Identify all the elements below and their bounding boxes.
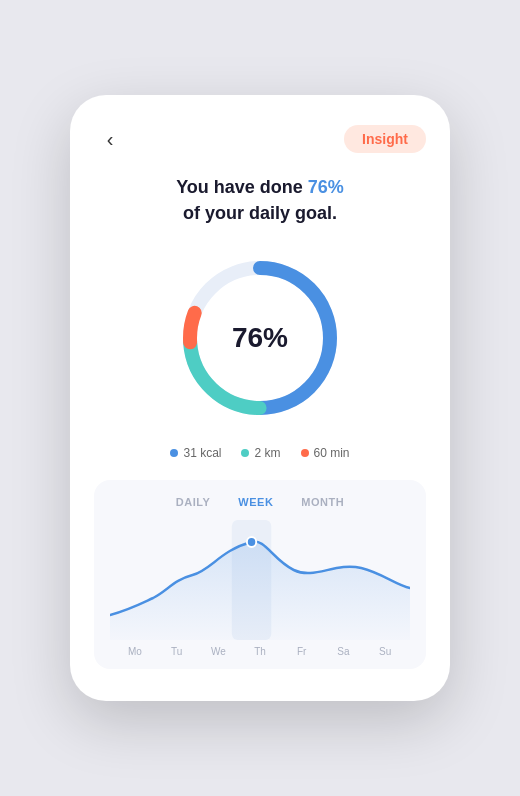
legend-item-km: 2 km xyxy=(241,446,280,460)
donut-chart: 76% xyxy=(94,248,426,428)
chart-label-su: Su xyxy=(364,646,406,657)
tab-week[interactable]: WEEK xyxy=(238,496,273,508)
chart-container: DAILY WEEK MONTH xyxy=(94,480,426,669)
legend-dot-min xyxy=(301,449,309,457)
legend-dot-kcal xyxy=(170,449,178,457)
chart-area xyxy=(110,520,410,640)
legend-item-kcal: 31 kcal xyxy=(170,446,221,460)
svg-point-5 xyxy=(247,537,256,547)
tab-month[interactable]: MONTH xyxy=(301,496,344,508)
back-button[interactable]: ‹ xyxy=(94,123,126,155)
legend-dot-km xyxy=(241,449,249,457)
legend-label-min: 60 min xyxy=(314,446,350,460)
goal-text-after: of your daily goal. xyxy=(183,203,337,223)
header: ‹ Insight xyxy=(94,123,426,155)
goal-percentage: 76% xyxy=(308,177,344,197)
chart-label-th: Th xyxy=(239,646,281,657)
goal-title: You have done 76% of your daily goal. xyxy=(94,175,426,225)
donut-center-label: 76% xyxy=(232,322,288,354)
legend: 31 kcal 2 km 60 min xyxy=(94,446,426,460)
chart-label-sa: Sa xyxy=(323,646,365,657)
tab-daily[interactable]: DAILY xyxy=(176,496,211,508)
legend-item-min: 60 min xyxy=(301,446,350,460)
chart-labels: Mo Tu We Th Fr Sa Su xyxy=(110,646,410,657)
chart-svg xyxy=(110,520,410,640)
legend-label-km: 2 km xyxy=(254,446,280,460)
chart-label-tu: Tu xyxy=(156,646,198,657)
chart-label-mo: Mo xyxy=(114,646,156,657)
chart-label-we: We xyxy=(197,646,239,657)
chart-label-fr: Fr xyxy=(281,646,323,657)
legend-label-kcal: 31 kcal xyxy=(183,446,221,460)
goal-text-before: You have done xyxy=(176,177,308,197)
insight-button[interactable]: Insight xyxy=(344,125,426,153)
phone-card: ‹ Insight You have done 76% of your dail… xyxy=(70,95,450,700)
chart-tabs: DAILY WEEK MONTH xyxy=(110,496,410,508)
